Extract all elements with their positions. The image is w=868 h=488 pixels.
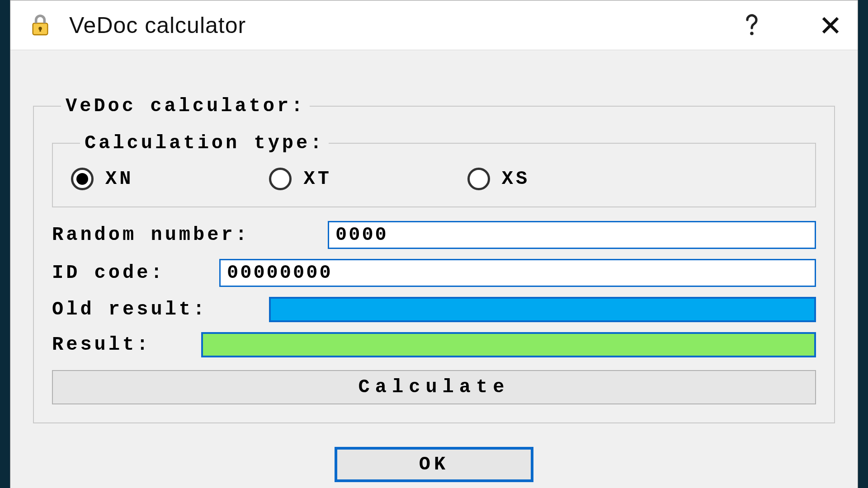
radio-xn[interactable]: XN xyxy=(71,168,133,190)
window-title: VeDoc calculator xyxy=(69,12,737,38)
id-code-label: ID code: xyxy=(52,262,206,284)
calculate-button[interactable]: Calculate xyxy=(52,370,816,404)
row-random-number: Random number: xyxy=(52,221,816,249)
calc-type-group: Calculation type: XN XT XS xyxy=(52,132,816,207)
radio-label: XN xyxy=(105,168,133,190)
radio-icon xyxy=(71,168,94,190)
random-number-label: Random number: xyxy=(52,224,314,246)
dialog-content: VeDoc calculator: Calculation type: XN X… xyxy=(10,50,858,488)
svg-rect-2 xyxy=(39,28,41,32)
id-code-input[interactable] xyxy=(219,259,816,287)
radio-xt[interactable]: XT xyxy=(269,168,331,190)
titlebar-controls xyxy=(737,11,845,40)
dialog-window: VeDoc calculator VeDoc calculator: Calcu… xyxy=(10,0,858,488)
row-old-result: Old result: xyxy=(52,297,816,322)
radio-icon xyxy=(467,168,490,190)
result-display xyxy=(201,332,816,357)
radio-label: XT xyxy=(303,168,331,190)
calc-type-title: Calculation type: xyxy=(80,132,329,154)
close-button[interactable] xyxy=(816,11,845,40)
result-label: Result: xyxy=(52,334,188,356)
ok-row: OK xyxy=(33,447,835,482)
ok-button[interactable]: OK xyxy=(335,447,533,482)
row-result: Result: xyxy=(52,332,816,357)
radio-label: XS xyxy=(502,168,530,190)
radio-xs[interactable]: XS xyxy=(467,168,530,190)
old-result-display xyxy=(269,297,816,322)
titlebar: VeDoc calculator xyxy=(10,0,858,50)
radio-icon xyxy=(269,168,292,190)
lock-icon xyxy=(27,12,54,39)
vedoc-group: VeDoc calculator: Calculation type: XN X… xyxy=(33,95,835,423)
random-number-input[interactable] xyxy=(328,221,816,249)
row-id-code: ID code: xyxy=(52,259,816,287)
calc-type-options: XN XT XS xyxy=(71,168,797,190)
old-result-label: Old result: xyxy=(52,299,255,320)
group-title: VeDoc calculator: xyxy=(61,95,310,117)
help-button[interactable] xyxy=(737,11,766,40)
svg-point-3 xyxy=(750,32,754,35)
